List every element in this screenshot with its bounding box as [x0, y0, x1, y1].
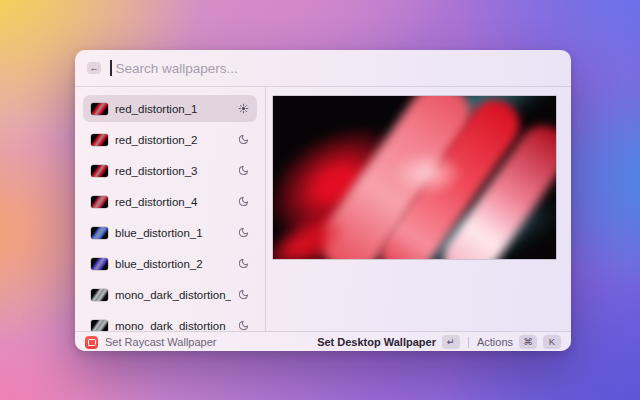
wallpaper-name: red_distortion_2 [115, 134, 231, 146]
moon-icon [238, 134, 249, 145]
wallpaper-list-item[interactable]: red_distortion_2 [83, 126, 257, 153]
search-bar: ← [75, 50, 571, 87]
wallpaper-list-item[interactable]: blue_distortion_2 [83, 250, 257, 277]
status-bar: Set Raycast Wallpaper Set Desktop Wallpa… [75, 331, 571, 351]
moon-icon [238, 320, 249, 331]
primary-action-label: Set Desktop Wallpaper [317, 336, 436, 348]
wallpaper-thumbnail [91, 258, 108, 270]
moon-icon [238, 227, 249, 238]
wallpaper-name: red_distortion_4 [115, 196, 231, 208]
cmd-key-icon: ⌘ [519, 335, 537, 349]
k-key-icon: K [543, 335, 561, 349]
wallpaper-name: mono_dark_distortion_2 [115, 320, 231, 332]
wallpaper-thumbnail [91, 165, 108, 177]
wallpaper-name: blue_distortion_1 [115, 227, 231, 239]
wallpaper-thumbnail [91, 320, 108, 332]
preview-pane [266, 87, 571, 331]
command-title: Set Raycast Wallpaper [105, 336, 216, 348]
wallpaper-thumbnail [91, 134, 108, 146]
wallpaper-name: blue_distortion_2 [115, 258, 231, 270]
wallpaper-list-item[interactable]: red_distortion_4 [83, 188, 257, 215]
wallpaper-list: red_distortion_1red_distortion_2red_dist… [75, 87, 266, 331]
wallpaper-name: red_distortion_3 [115, 165, 231, 177]
enter-key-icon: ↵ [442, 335, 460, 349]
wallpaper-name: red_distortion_1 [115, 103, 231, 115]
wallpaper-thumbnail [91, 103, 108, 115]
sun-icon [238, 103, 249, 114]
primary-action-button[interactable]: Set Desktop Wallpaper ↵ [317, 335, 460, 349]
window-body: red_distortion_1red_distortion_2red_dist… [75, 87, 571, 331]
wallpaper-list-item[interactable]: mono_dark_distortion_1 [83, 281, 257, 308]
wallpaper-name: mono_dark_distortion_1 [115, 289, 231, 301]
arrow-left-icon: ← [90, 64, 99, 73]
raycast-icon [85, 336, 98, 349]
text-cursor [110, 60, 112, 76]
desktop-background: ← red_distortion_1red_distortion_2red_di… [0, 0, 640, 400]
footer-divider [468, 337, 469, 348]
wallpaper-list-item[interactable]: blue_distortion_1 [83, 219, 257, 246]
raycast-window: ← red_distortion_1red_distortion_2red_di… [75, 50, 571, 351]
actions-menu-button[interactable]: Actions ⌘ K [477, 335, 561, 349]
search-input[interactable] [114, 60, 560, 77]
wallpaper-thumbnail [91, 227, 108, 239]
actions-label: Actions [477, 336, 513, 348]
moon-icon [238, 165, 249, 176]
back-button[interactable]: ← [87, 62, 101, 74]
preview-image [273, 96, 556, 259]
moon-icon [238, 196, 249, 207]
moon-icon [238, 258, 249, 269]
wallpaper-list-item[interactable]: mono_dark_distortion_2 [83, 312, 257, 331]
wallpaper-thumbnail [91, 289, 108, 301]
preview-streak [393, 151, 463, 196]
wallpaper-list-item[interactable]: red_distortion_1 [83, 95, 257, 122]
wallpaper-thumbnail [91, 196, 108, 208]
wallpaper-list-item[interactable]: red_distortion_3 [83, 157, 257, 184]
moon-icon [238, 289, 249, 300]
